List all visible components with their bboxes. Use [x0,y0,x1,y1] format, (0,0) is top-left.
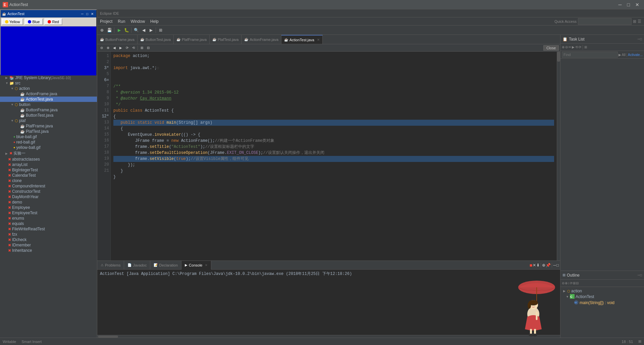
tree-item-plafframe[interactable]: ☕ PlafFrame.java [0,123,97,129]
tree-item-compound[interactable]: ✖ CompoundInterest [0,183,97,189]
tl-btn-6[interactable]: ⟳ [579,45,581,49]
outline-item-actiontest[interactable]: ▼ C ActionTest [560,294,644,300]
tree-item-yellow-ball[interactable]: ● yellow-ball.gif [0,145,97,150]
tab-declaration[interactable]: 📝 Declaration [150,261,181,270]
ot-btn-5[interactable]: ⊞ [573,281,576,285]
preview-maximize[interactable]: □ [85,12,90,16]
et-btn-2[interactable]: ⊕ [105,45,111,51]
tree-item-buttonframe[interactable]: ☕ ButtonFrame.java [0,107,97,113]
task-find-input[interactable] [562,52,618,58]
tab-javadoc[interactable]: 📄 Javadoc [124,261,150,270]
blue-button[interactable]: Blue [24,18,43,25]
tab-problems[interactable]: ⚠ Problems [97,261,124,270]
console-stop[interactable]: ■ [530,263,532,268]
tree-item-bigint[interactable]: ✖ BigIntegerTest [0,167,97,173]
toolbar-icon-2[interactable]: ☰ [638,19,641,24]
project-tree[interactable]: ▶ 📚 JRE System Library [JavaSE-10] ▼ 📁 s… [0,75,97,338]
console-scrollbar-h[interactable] [97,335,560,338]
menu-window[interactable]: Window [128,18,148,24]
tree-item-idcheck[interactable]: ✖ IDcheck [0,237,97,242]
tl-btn-4[interactable]: ▶ [572,45,575,49]
tree-item-experiment[interactable]: ▶ ✖ 实验一 [0,150,97,157]
tree-item-demo[interactable]: ✖ demo [0,199,97,205]
tree-item-constructor[interactable]: ✖ ConstructorTest [0,189,97,194]
tree-item-actiontest[interactable]: ☕ ActionTest.java [0,97,97,102]
tree-item-fzx[interactable]: ✖ fzx [0,232,97,237]
tb-search[interactable]: 🔍 [133,27,140,34]
tree-item-actionframe[interactable]: ☕ ActionFrame.java [0,91,97,97]
ot-btn-3[interactable]: ↕ [568,281,570,285]
red-button[interactable]: Red [44,18,62,25]
tl-btn-5[interactable]: ⟲ [575,45,578,49]
task-list-maximize[interactable]: □ [640,37,642,41]
ot-btn-6[interactable]: ⊟ [576,281,579,285]
task-list-minimize[interactable]: ─ [638,37,640,41]
tb-new[interactable]: ⊕ [99,27,105,34]
tree-item-employee[interactable]: ✖ Employee [0,205,97,210]
tree-item-arraylist[interactable]: ✖ arrayList [0,162,97,167]
console-new[interactable]: ⊕ [542,263,545,268]
tb-debug[interactable]: 🐛 [123,27,130,34]
tree-item-jre[interactable]: ▶ 📚 JRE System Library [JavaSE-10] [0,75,97,80]
tab-buttonframe[interactable]: ☕ ButtonFrame.java [97,35,138,44]
tree-item-idmember[interactable]: ✖ IDmember [0,242,97,248]
tree-item-button-pkg[interactable]: ▼ ⬡ button [0,102,97,107]
et-btn-7[interactable]: ⊞ [139,45,145,51]
et-btn-8[interactable]: ⊟ [145,45,151,51]
tab-plafframe[interactable]: ☕ PlafFrame.java [174,35,210,44]
tab-console[interactable]: ▶ Console ✕ [181,261,211,270]
console-clear[interactable]: ✕ [533,263,536,268]
et-btn-6[interactable]: ⟲ [130,45,137,51]
tb-back[interactable]: ◀ [140,27,147,34]
menu-run[interactable]: Run [115,18,128,24]
tb-run[interactable]: ▶ [116,27,122,34]
outline-minimize[interactable]: ─ [638,273,640,277]
ot-btn-4[interactable]: ⟳ [570,281,573,285]
tl-btn-3[interactable]: ✏ [569,45,571,49]
menu-project[interactable]: Project [97,18,115,24]
tree-item-abstract[interactable]: ✖ abstractclasses [0,157,97,162]
console-maximize[interactable]: □ [556,263,559,268]
ot-btn-1[interactable]: ⊖ [562,281,565,285]
tree-item-plaf-pkg[interactable]: ▼ ⬡ plaf [0,118,97,123]
tree-item-filewrite[interactable]: ✖ FileWriteReadTest [0,226,97,232]
outline-item-main[interactable]: M main(String[]) : void [560,300,644,306]
tree-item-employeetest[interactable]: ✖ EmployeeTest [0,210,97,216]
editor-close-btn[interactable]: Close [543,45,559,51]
tree-item-blue-ball[interactable]: ● blue-ball.gif [0,134,97,139]
tl-btn-7[interactable]: ⊞ [584,45,587,49]
console-minimize[interactable]: ─ [553,263,556,268]
tree-item-action-pkg[interactable]: ▼ ⬡ action [0,86,97,91]
tb-forward[interactable]: ▶ [148,27,154,34]
tab-buttontest[interactable]: ☕ ButtonTest.java [138,35,174,44]
tree-item-plaftest[interactable]: ☕ PlafTest.java [0,129,97,134]
tree-item-buttontest[interactable]: ☕ ButtonTest.java [0,113,97,118]
tb-organize[interactable]: ⊞ [157,27,164,34]
tab-actiontest[interactable]: ☕ ActionTest.java ✕ [281,35,323,44]
yellow-button[interactable]: Yellow [2,18,23,25]
tree-item-src[interactable]: ▼ 📁 src [0,80,97,86]
tab-plaftest[interactable]: ☕ PlafTest.java [210,35,241,44]
preview-close[interactable]: ✕ [90,12,95,16]
tree-item-red-ball[interactable]: ● red-ball.gif [0,139,97,145]
tree-item-calendar[interactable]: ✖ CalendarTest [0,173,97,178]
ot-btn-2[interactable]: ⊕ [565,281,568,285]
tab-close-btn[interactable]: ✕ [317,38,320,42]
et-btn-5[interactable]: ⟳ [124,45,130,51]
quick-access-input[interactable] [578,18,632,25]
tab-actionframe[interactable]: ☕ ActionFrame.java [241,35,281,44]
console-tab-close[interactable]: ✕ [205,264,208,267]
tree-item-clone[interactable]: ✖ clone [0,178,97,183]
tree-item-enums[interactable]: ✖ enums [0,216,97,221]
minimize-btn[interactable]: ─ [616,2,624,7]
outline-maximize[interactable]: □ [640,273,642,277]
menu-help[interactable]: Help [148,18,161,24]
tl-btn-2[interactable]: ⊖ [565,45,568,49]
tb-save[interactable]: 💾 [106,27,113,34]
outline-item-action[interactable]: ▶ ⬡ action [560,288,644,294]
et-btn-4[interactable]: ▶ [118,45,124,51]
console-pin[interactable]: 📌 [546,263,551,268]
tree-item-equals[interactable]: ✖ equals [0,221,97,226]
console-content[interactable]: ActionTest [Java Application] C:\Program… [97,270,560,335]
tree-item-daymonth[interactable]: ✖ DayMonthYear [0,194,97,199]
